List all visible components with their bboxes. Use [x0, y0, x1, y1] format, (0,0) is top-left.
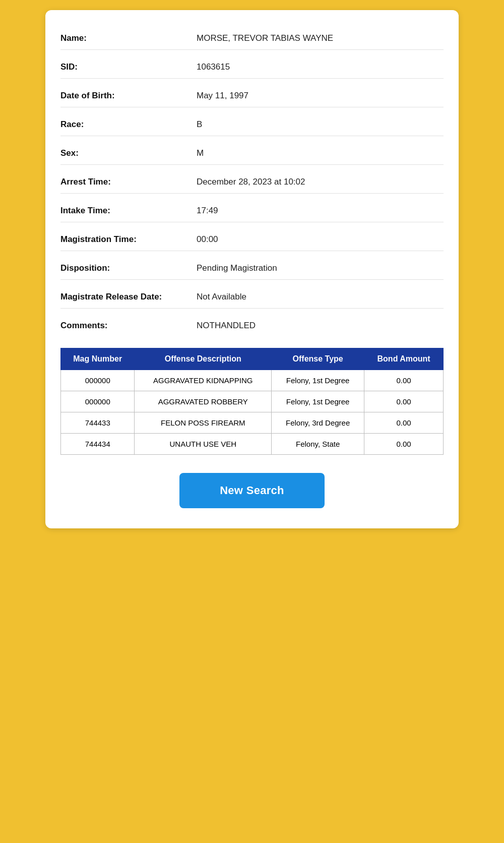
field-label: Arrest Time:	[60, 169, 197, 189]
field-label: Sex:	[60, 140, 197, 160]
table-cell-mag_number: 744434	[61, 434, 135, 455]
table-cell-bond_amount: 0.00	[364, 434, 444, 455]
main-card: Name:MORSE, TREVOR TABIAS WAYNESID:10636…	[45, 10, 459, 528]
divider	[60, 107, 444, 107]
new-search-button[interactable]: New Search	[179, 473, 325, 508]
charges-table: Mag NumberOffense DescriptionOffense Typ…	[60, 348, 444, 455]
field-pair: Date of Birth:May 11, 1997	[60, 83, 444, 103]
table-row: 744434UNAUTH USE VEHFelony, State0.00	[61, 434, 444, 455]
table-cell-mag_number: 000000	[61, 370, 135, 391]
divider	[60, 193, 444, 194]
table-cell-offense_type: Felony, 1st Degree	[272, 370, 364, 391]
table-header-cell: Offense Description	[135, 348, 272, 370]
field-value: 1063615	[197, 54, 444, 74]
field-value: Not Available	[197, 284, 444, 304]
field-pair: Intake Time:17:49	[60, 198, 444, 218]
field-pair: Comments:NOTHANDLED	[60, 313, 444, 333]
table-cell-offense_description: FELON POSS FIREARM	[135, 412, 272, 434]
table-cell-offense_description: AGGRAVATED ROBBERY	[135, 391, 272, 412]
divider	[60, 222, 444, 222]
table-header-cell: Offense Type	[272, 348, 364, 370]
table-row: 000000AGGRAVATED ROBBERYFelony, 1st Degr…	[61, 391, 444, 412]
divider	[60, 164, 444, 165]
divider	[60, 251, 444, 251]
field-value: Pending Magistration	[197, 255, 444, 275]
divider	[60, 279, 444, 280]
table-row: 744433FELON POSS FIREARMFelony, 3rd Degr…	[61, 412, 444, 434]
field-value: December 28, 2023 at 10:02	[197, 169, 444, 189]
field-label: Intake Time:	[60, 198, 197, 218]
field-label: Name:	[60, 25, 197, 45]
field-pair: Magistration Time:00:00	[60, 226, 444, 247]
table-cell-mag_number: 000000	[61, 391, 135, 412]
field-value: May 11, 1997	[197, 83, 444, 103]
field-pair: Name:MORSE, TREVOR TABIAS WAYNE	[60, 25, 444, 45]
field-label: Comments:	[60, 313, 197, 333]
table-header-row: Mag NumberOffense DescriptionOffense Typ…	[61, 348, 444, 370]
table-header-cell: Mag Number	[61, 348, 135, 370]
divider	[60, 49, 444, 50]
table-cell-bond_amount: 0.00	[364, 370, 444, 391]
info-section: Name:MORSE, TREVOR TABIAS WAYNESID:10636…	[60, 25, 444, 333]
field-value: NOTHANDLED	[197, 313, 444, 333]
divider	[60, 308, 444, 309]
field-value: MORSE, TREVOR TABIAS WAYNE	[197, 25, 444, 45]
field-pair: Race:B	[60, 111, 444, 132]
table-cell-offense_description: AGGRAVATED KIDNAPPING	[135, 370, 272, 391]
field-value: 17:49	[197, 198, 444, 218]
table-cell-bond_amount: 0.00	[364, 412, 444, 434]
field-pair: Magistrate Release Date:Not Available	[60, 284, 444, 304]
table-row: 000000AGGRAVATED KIDNAPPINGFelony, 1st D…	[61, 370, 444, 391]
field-label: Magistration Time:	[60, 226, 197, 247]
field-label: Disposition:	[60, 255, 197, 275]
field-label: Magistrate Release Date:	[60, 284, 197, 304]
field-label: Race:	[60, 111, 197, 132]
divider	[60, 78, 444, 79]
table-cell-bond_amount: 0.00	[364, 391, 444, 412]
field-label: SID:	[60, 54, 197, 74]
field-pair: Sex:M	[60, 140, 444, 160]
table-header-cell: Bond Amount	[364, 348, 444, 370]
table-cell-offense_type: Felony, 3rd Degree	[272, 412, 364, 434]
field-pair: SID:1063615	[60, 54, 444, 74]
table-cell-offense_type: Felony, State	[272, 434, 364, 455]
field-value: 00:00	[197, 226, 444, 247]
divider	[60, 136, 444, 136]
field-label: Date of Birth:	[60, 83, 197, 103]
field-pair: Disposition:Pending Magistration	[60, 255, 444, 275]
table-cell-mag_number: 744433	[61, 412, 135, 434]
field-pair: Arrest Time:December 28, 2023 at 10:02	[60, 169, 444, 189]
table-cell-offense_type: Felony, 1st Degree	[272, 391, 364, 412]
table-cell-offense_description: UNAUTH USE VEH	[135, 434, 272, 455]
field-value: M	[197, 140, 444, 160]
field-value: B	[197, 111, 444, 132]
